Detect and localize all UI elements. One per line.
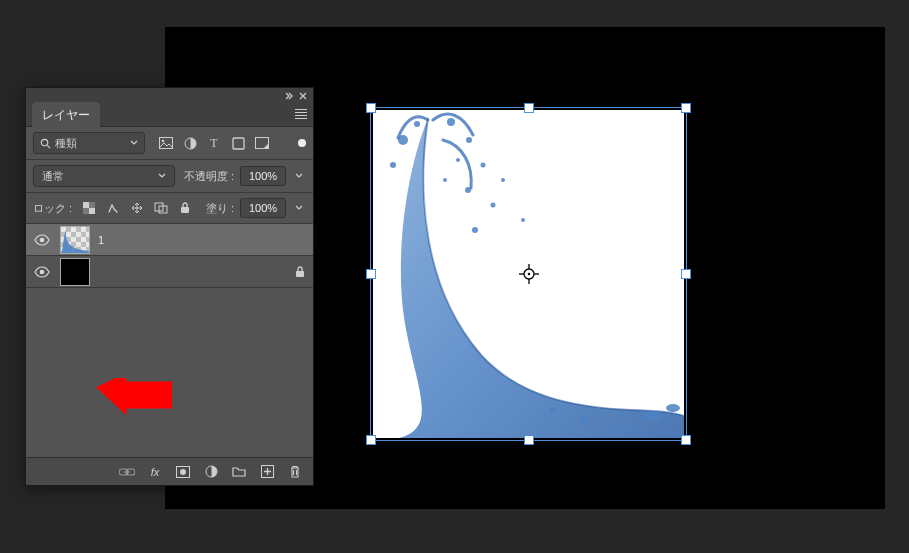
panel-close-icon[interactable] (299, 92, 307, 100)
lock-image-pixels-icon[interactable] (106, 201, 120, 215)
filter-type-text-icon[interactable]: T (207, 136, 221, 150)
svg-rect-34 (89, 202, 95, 208)
svg-point-13 (579, 416, 587, 424)
layer-filter-row: 種類 T (26, 127, 313, 160)
chevron-down-icon (130, 140, 138, 146)
panel-tabs: レイヤー (26, 102, 313, 126)
svg-point-4 (466, 137, 472, 143)
placed-image[interactable] (373, 110, 684, 438)
layer-filter-select[interactable]: 種類 (33, 132, 145, 154)
svg-rect-38 (181, 207, 189, 213)
svg-point-7 (491, 203, 496, 208)
filter-image-icon[interactable] (159, 136, 173, 150)
svg-point-17 (666, 404, 680, 412)
filter-toggle-icon[interactable] (298, 139, 306, 147)
visibility-eye-icon[interactable] (32, 230, 52, 250)
svg-point-27 (162, 140, 165, 143)
delete-layer-icon[interactable] (287, 464, 303, 480)
opacity-value: 100% (249, 170, 277, 182)
panel-chrome (26, 88, 313, 102)
svg-point-24 (41, 139, 47, 145)
tab-layers[interactable]: レイヤー (32, 102, 100, 129)
lock-all-icon[interactable] (178, 201, 192, 215)
svg-point-16 (643, 411, 663, 421)
svg-point-2 (414, 121, 420, 127)
svg-point-1 (390, 162, 396, 168)
layer-name-label[interactable]: 1 (98, 234, 104, 246)
layer-item[interactable]: 1 (26, 224, 313, 256)
svg-point-8 (472, 227, 478, 233)
svg-point-12 (521, 218, 525, 222)
chevron-down-icon (158, 173, 166, 179)
chevron-down-icon[interactable] (292, 198, 306, 218)
panel-menu-icon[interactable] (295, 109, 307, 119)
water-splash-graphic (373, 110, 684, 438)
blend-mode-select[interactable]: 通常 (33, 165, 175, 187)
filter-shape-icon[interactable] (231, 136, 245, 150)
svg-point-11 (443, 178, 447, 182)
tab-label: レイヤー (42, 108, 90, 122)
fill-value-input[interactable]: 100% (240, 198, 286, 218)
filter-type-icons: T (159, 136, 269, 150)
svg-rect-35 (83, 208, 89, 214)
panel-body: 種類 T 通常 不透明度 : 100% (26, 126, 313, 485)
visibility-eye-icon[interactable] (32, 262, 52, 282)
svg-point-10 (456, 158, 460, 162)
panel-collapse-icon[interactable] (285, 92, 293, 100)
svg-rect-26 (160, 138, 173, 149)
fill-value: 100% (249, 202, 277, 214)
layers-panel: レイヤー 種類 T (25, 87, 314, 486)
new-adjustment-layer-icon[interactable] (203, 464, 219, 480)
svg-marker-42 (96, 378, 172, 415)
lock-label: ロック : (33, 201, 72, 216)
layer-item[interactable] (26, 256, 313, 288)
lock-row: ロック : 塗り : 100% (26, 193, 313, 224)
panel-footer: fx (26, 457, 313, 485)
lock-position-icon[interactable] (130, 201, 144, 215)
blend-mode-row: 通常 不透明度 : 100% (26, 160, 313, 193)
search-icon (40, 138, 51, 149)
add-mask-icon[interactable] (175, 464, 191, 480)
filter-label: 種類 (55, 136, 77, 151)
svg-point-14 (620, 425, 626, 431)
annotation-red-arrow (96, 378, 172, 418)
filter-adjustment-icon[interactable] (183, 136, 197, 150)
link-layers-icon[interactable] (119, 464, 135, 480)
svg-rect-32 (83, 202, 89, 208)
svg-rect-33 (89, 208, 95, 214)
layer-list: 1 (26, 224, 313, 457)
svg-line-25 (47, 145, 50, 148)
lock-transparent-pixels-icon[interactable] (82, 201, 96, 215)
lock-artboard-icon[interactable] (154, 201, 168, 215)
fill-label: 塗り : (206, 201, 234, 216)
svg-point-15 (550, 407, 556, 413)
svg-point-39 (40, 237, 45, 242)
new-layer-icon[interactable] (259, 464, 275, 480)
svg-rect-30 (233, 138, 244, 149)
chevron-down-icon[interactable] (292, 166, 306, 186)
layer-thumbnail[interactable] (60, 226, 90, 254)
svg-point-5 (481, 163, 486, 168)
layer-thumbnail[interactable] (60, 258, 90, 286)
new-group-icon[interactable] (231, 464, 247, 480)
lock-icon-group (82, 201, 192, 215)
svg-point-44 (180, 469, 186, 475)
layer-fx-icon[interactable]: fx (147, 464, 163, 480)
svg-point-9 (501, 178, 505, 182)
svg-point-3 (447, 118, 455, 126)
svg-text:T: T (210, 137, 218, 149)
opacity-value-input[interactable]: 100% (240, 166, 286, 186)
layer-lock-icon[interactable] (293, 265, 307, 279)
opacity-label: 不透明度 : (184, 169, 234, 184)
svg-rect-41 (296, 271, 304, 277)
filter-smartobject-icon[interactable] (255, 136, 269, 150)
svg-point-40 (40, 269, 45, 274)
blend-mode-value: 通常 (42, 169, 64, 184)
